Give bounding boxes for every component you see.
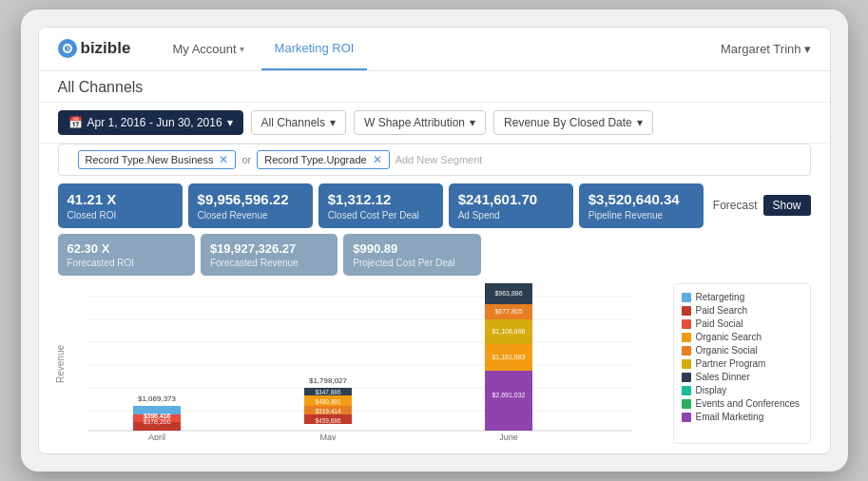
forecast-label: Forecast: [713, 199, 758, 212]
bar-april: $1,069,373 $378,200 $396,416 April $396,…: [133, 394, 181, 440]
kpi-sm-value-0: 62.30 X: [68, 241, 185, 257]
segment-add-placeholder[interactable]: Add New Segment: [395, 154, 791, 165]
legend-dot-1: [682, 306, 691, 316]
kpi-sm-label-0: Forecasted ROI: [68, 258, 185, 268]
chart-legend: RetargetingPaid SearchPaid SocialOrganic…: [673, 283, 811, 444]
revenue-caret-icon: ▾: [637, 116, 643, 129]
segment-or: or: [241, 154, 251, 165]
kpi-value-2: $1,312.12: [328, 191, 434, 208]
bar-june: $6,695,687 $2,691,032 $1,181,683 $1,106,…: [485, 283, 532, 440]
logo-icon: [58, 39, 77, 58]
svg-text:$396,416: $396,416: [144, 413, 169, 419]
date-caret-icon: ▾: [227, 116, 233, 129]
device-frame: bizible My Account ▾ Marketing ROI Marga…: [21, 10, 848, 472]
user-caret-icon: ▾: [804, 42, 811, 56]
legend-dot-2: [682, 319, 691, 329]
legend-item-2: Paid Social: [682, 318, 802, 329]
legend-item-5: Partner Program: [682, 358, 802, 369]
kpi-tile-3: $241,601.70 Ad Spend: [449, 183, 573, 228]
attribution-caret-icon: ▾: [470, 116, 475, 129]
svg-text:$1,798,027: $1,798,027: [308, 376, 347, 385]
legend-item-3: Organic Search: [682, 332, 802, 342]
segment-row: Record Type.New Business ✕ or Record Typ…: [58, 144, 811, 176]
revenue-type-filter[interactable]: Revenue By Closed Date ▾: [493, 110, 653, 135]
nav-marketing-roi[interactable]: Marketing ROI: [261, 28, 368, 70]
kpi-tile-sm-2: $990.89 Projected Cost Per Deal: [343, 234, 480, 277]
legend-dot-4: [682, 346, 691, 356]
legend-item-4: Organic Social: [682, 345, 802, 356]
chart-area: Revenue 6M 5M 4M 3M 2M 1M 0M: [39, 283, 830, 453]
svg-text:$347,886: $347,886: [315, 389, 340, 395]
kpi-value-0: 41.21 X: [68, 191, 173, 208]
kpi-label-0: Closed ROI: [68, 210, 173, 221]
page-header: All Channels: [39, 71, 830, 103]
kpi-row-1: 41.21 X Closed ROI $9,956,596.22 Closed …: [58, 183, 811, 228]
kpi-label-2: Closed Cost Per Deal: [328, 210, 434, 221]
spacer-1: [487, 234, 605, 277]
kpi-section: 41.21 X Closed ROI $9,956,596.22 Closed …: [39, 183, 830, 284]
top-nav: bizible My Account ▾ Marketing ROI Marga…: [39, 28, 830, 71]
attribution-filter[interactable]: W Shape Attribution ▾: [354, 110, 486, 135]
svg-text:$480,491: $480,491: [315, 398, 340, 405]
caret-icon: ▾: [240, 44, 244, 54]
svg-text:$378,200: $378,200: [143, 418, 170, 425]
segment-0-close-icon[interactable]: ✕: [219, 153, 228, 166]
page-title: All Channels: [58, 79, 144, 95]
svg-text:$319,414: $319,414: [315, 408, 340, 414]
kpi-tile-0: 41.21 X Closed ROI: [58, 183, 183, 228]
nav-user[interactable]: Margaret Trinh ▾: [721, 42, 811, 56]
svg-text:June: June: [499, 433, 518, 440]
legend-item-8: Events and Conferences: [682, 398, 802, 409]
kpi-sm-value-1: $19,927,326.27: [210, 241, 328, 257]
legend-item-1: Paid Search: [682, 305, 802, 316]
legend-item-7: Display: [682, 385, 802, 395]
svg-text:$963,886: $963,886: [494, 290, 522, 297]
legend-dot-9: [682, 413, 691, 422]
svg-text:$2,691,032: $2,691,032: [492, 392, 525, 398]
spacer-3: [735, 234, 811, 277]
date-range-filter[interactable]: 📅 Apr 1, 2016 - Jun 30, 2016 ▾: [58, 110, 243, 135]
chart-svg: 6M 5M 4M 3M 2M 1M 0M: [81, 283, 642, 440]
legend-dot-6: [682, 373, 691, 382]
app-window: bizible My Account ▾ Marketing ROI Marga…: [38, 27, 831, 455]
kpi-tile-4: $3,520,640.34 Pipeline Revenue: [579, 183, 704, 228]
segment-1-close-icon[interactable]: ✕: [373, 153, 382, 166]
calendar-icon: 📅: [68, 116, 83, 129]
kpi-value-3: $241,601.70: [458, 191, 564, 208]
svg-text:$459,686: $459,686: [315, 417, 340, 424]
segment-tag-0[interactable]: Record Type.New Business ✕: [78, 150, 237, 169]
svg-text:$1,106,666: $1,106,666: [492, 328, 525, 335]
logo: bizible: [58, 39, 131, 58]
svg-text:April: April: [147, 433, 164, 440]
nav-items: My Account ▾ Marketing ROI: [159, 28, 721, 70]
legend-dot-0: [682, 293, 691, 302]
channel-filter[interactable]: All Channels ▾: [251, 110, 346, 135]
svg-point-0: [64, 45, 71, 52]
segment-tag-1[interactable]: Record Type.Upgrade ✕: [257, 150, 389, 169]
channel-caret-icon: ▾: [330, 116, 336, 129]
chart-main: Revenue 6M 5M 4M 3M 2M 1M 0M: [58, 283, 664, 444]
chart-svg-wrap: 6M 5M 4M 3M 2M 1M 0M: [81, 283, 664, 444]
legend-item-9: Email Marketing: [682, 412, 802, 422]
legend-dot-8: [682, 399, 691, 409]
kpi-tile-1: $9,956,596.22 Closed Revenue: [188, 183, 313, 228]
kpi-label-1: Closed Revenue: [198, 210, 303, 221]
kpi-value-1: $9,956,596.22: [198, 191, 303, 208]
forecast-show-button[interactable]: Show: [763, 195, 811, 216]
legend-dot-3: [682, 333, 691, 342]
nav-my-account[interactable]: My Account ▾: [159, 29, 257, 69]
kpi-label-4: Pipeline Revenue: [588, 210, 694, 221]
forecast-wrap: Forecast Show: [713, 183, 811, 228]
filters-row: 📅 Apr 1, 2016 - Jun 30, 2016 ▾ All Chann…: [39, 103, 830, 144]
kpi-label-3: Ad Spend: [458, 210, 564, 221]
kpi-tile-sm-0: 62.30 X Forecasted ROI: [58, 234, 195, 277]
kpi-value-4: $3,520,640.34: [588, 191, 694, 208]
legend-item-0: Retargeting: [682, 292, 802, 302]
svg-text:$677,805: $677,805: [494, 308, 522, 315]
legend-dot-5: [682, 359, 691, 369]
legend-list: RetargetingPaid SearchPaid SocialOrganic…: [682, 292, 802, 422]
kpi-row-2: 62.30 X Forecasted ROI $19,927,326.27 Fo…: [58, 234, 811, 277]
kpi-sm-label-1: Forecasted Revenue: [210, 258, 328, 268]
svg-text:May: May: [319, 433, 337, 440]
kpi-tile-2: $1,312.12 Closed Cost Per Deal: [318, 183, 443, 228]
